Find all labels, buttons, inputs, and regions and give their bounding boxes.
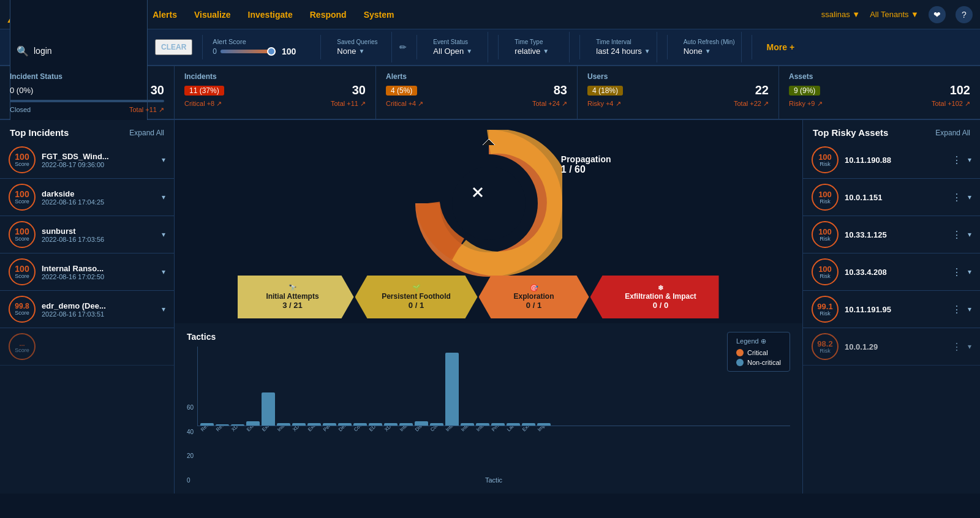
killchain-arrows: 🔭 Initial Attempts 3 / 21 🌱 Persistent F… [238,276,740,318]
assets-expand-all[interactable]: Expand All [935,129,970,137]
list-item[interactable]: 100 Score sunburst 2022-08-16 17:03:56 ▾ [0,216,174,253]
chevron-down-icon[interactable]: ▾ [162,305,165,313]
asset-score-badge: 99.1 Risk [812,296,839,323]
chart-bar [292,423,306,426]
tactics-chart-container: 0 20 40 60 ReconnaissanceResource Deve..… [187,347,790,484]
tactics-title: Tactics [187,332,790,342]
incidents-expand-all[interactable]: Expand All [129,129,164,137]
question-icon[interactable]: ? [956,6,973,23]
asset-name: 10.0.1.29 [845,342,946,351]
asset-menu-icon[interactable]: ⋮ [952,192,962,203]
chevron-down-icon[interactable]: ▾ [968,342,971,351]
chart-legend: Legend ⊕ Critical Non-critical [727,332,790,372]
list-item[interactable]: 98.2 Risk 10.0.1.29 ⋮ ▾ [803,328,980,366]
chevron-down-icon[interactable]: ▾ [162,193,165,201]
center-area: Propagation 1 / 60 🔭 Initial Attempts 3 … [175,120,802,494]
legend-critical-dot [736,349,744,356]
incident-status-val1: 0 (0%) [10,86,33,95]
asset-menu-icon[interactable]: ⋮ [952,266,962,278]
auto-refresh-filter[interactable]: Auto Refresh (Min) None ▼ [677,32,742,62]
list-item[interactable]: 100 Score Internal Ranso... 2022-08-16 1… [0,253,174,291]
svg-point-3 [452,167,526,240]
help-icon[interactable]: ❤ [929,6,946,23]
assets-panel-title: Top Risky Assets [813,127,888,138]
stat-assets: Assets 9 (9%) 102 Risky +9 ↗ Total +102 … [779,66,980,119]
stat-users: Users 4 (18%) 22 Risky +4 ↗ Total +22 ↗ [578,66,779,119]
persistent-foothold-arrow[interactable]: 🌱 Persistent Foothold 0 / 1 [355,276,478,318]
asset-score-badge: 100 Risk [812,184,839,211]
chevron-down-icon[interactable]: ▾ [968,305,971,313]
list-item[interactable]: 99.1 Risk 10.11.191.95 ⋮ ▾ [803,291,980,328]
asset-menu-icon[interactable]: ⋮ [952,154,962,166]
asset-score-badge: 100 Risk [812,221,839,248]
incidents-panel-header: Top Incidents Expand All [0,120,174,141]
incident-score-badge: 99.8 Score [9,296,36,323]
clear-button[interactable]: CLEAR [155,39,192,55]
chart-bar [323,423,336,426]
asset-menu-icon[interactable]: ⋮ [952,341,962,353]
asset-menu-icon[interactable]: ⋮ [952,229,962,241]
killchain-section: Propagation 1 / 60 🔭 Initial Attempts 3 … [175,120,802,323]
nav-links: Incidents Alerts Visualize Investigate R… [98,10,821,20]
chart-bar [369,423,382,426]
time-interval-filter[interactable]: Time Interval last 24 hours ▼ [590,32,657,62]
incident-info: darkside 2022-08-16 17:04:25 [42,189,156,206]
chevron-down-icon[interactable]: ▾ [162,268,165,276]
time-type-filter[interactable]: Time Type relative ▼ [508,32,570,62]
right-panel: Top Risky Assets Expand All 100 Risk 10.… [802,120,980,494]
incident-info: Internal Ranso... 2022-08-16 17:02:50 [42,264,156,280]
list-item[interactable]: 100 Risk 10.33.4.208 ⋮ ▾ [803,253,980,291]
chevron-down-icon[interactable]: ▾ [162,156,165,164]
incident-status-val2: 30 [151,83,164,97]
nav-user[interactable]: ssalinas ▼ [821,10,860,19]
tactics-section: Tactics Legend ⊕ Critical Non-critical 0… [175,323,802,494]
list-item[interactable]: 100 Risk 10.11.190.88 ⋮ ▾ [803,141,980,179]
legend-noncritical-dot [736,359,744,366]
propagation-label: Propagation 1 / 60 [561,154,611,175]
nav-tenant[interactable]: All Tenants ▼ [870,10,919,19]
chevron-down-icon[interactable]: ▾ [968,230,971,239]
incident-score-badge: 100 Score [9,184,36,211]
saved-queries-edit-icon[interactable]: ✏ [399,42,407,52]
legend-critical: Critical [736,349,781,356]
chart-bar [307,423,321,426]
event-status-filter[interactable]: Event Status All Open ▼ [427,32,488,62]
chart-labels: ReconnaissanceResource Deve...XDR SBAExt… [197,426,790,459]
list-item[interactable]: ... Score [0,328,174,366]
nav-system[interactable]: System [364,10,394,20]
list-item[interactable]: 100 Risk 10.0.1.151 ⋮ ▾ [803,179,980,216]
asset-name: 10.11.190.88 [845,156,946,165]
more-button[interactable]: More + [767,42,795,52]
nav-visualize[interactable]: Visualize [194,10,231,20]
exfiltration-arrow[interactable]: ❄ Exfiltration & Impact 0 / 0 [590,276,719,318]
chart-bar [246,421,260,426]
chevron-down-icon[interactable]: ▾ [162,230,165,239]
chart-bar [262,392,275,426]
exploration-arrow[interactable]: 🎯 Exploration 0 / 1 [479,276,589,318]
asset-menu-icon[interactable]: ⋮ [952,304,962,315]
chevron-down-icon[interactable]: ▾ [968,193,971,201]
nav-alerts[interactable]: Alerts [153,10,177,20]
incident-info: edr_demo (Dee... 2022-08-16 17:03:51 [42,301,156,318]
chevron-down-icon[interactable]: ▾ [968,156,971,164]
incidents-panel-title: Top Incidents [10,127,69,138]
assets-panel-header: Top Risky Assets Expand All [803,120,980,141]
list-item[interactable]: 99.8 Score edr_demo (Dee... 2022-08-16 1… [0,291,174,328]
stat-incidents: Incidents 11 (37%) 30 Critical +8 ↗ Tota… [175,66,376,119]
asset-name: 10.0.1.151 [845,193,946,202]
main-content: Top Incidents Expand All 100 Score FGT_S… [0,120,980,494]
nav-investigate[interactable]: Investigate [248,10,293,20]
search-input[interactable] [34,46,141,56]
list-item[interactable]: 100 Score darkside 2022-08-16 17:04:25 ▾ [0,179,174,216]
incident-score-badge: ... Score [9,333,36,360]
list-item[interactable]: 100 Risk 10.33.1.125 ⋮ ▾ [803,216,980,253]
chevron-down-icon[interactable]: ▾ [968,268,971,276]
incident-status-title: Incident Status [10,72,164,81]
alert-score-slider[interactable] [221,50,276,53]
initial-attempts-arrow[interactable]: 🔭 Initial Attempts 3 / 21 [238,276,354,318]
nav-respond[interactable]: Respond [310,10,347,20]
incident-score-badge: 100 Score [9,221,36,248]
list-item[interactable]: 100 Score FGT_SDS_Wind... 2022-08-17 09:… [0,141,174,179]
chart-bar [231,424,244,426]
saved-queries-filter[interactable]: Saved Queries None ▼ [331,32,392,62]
